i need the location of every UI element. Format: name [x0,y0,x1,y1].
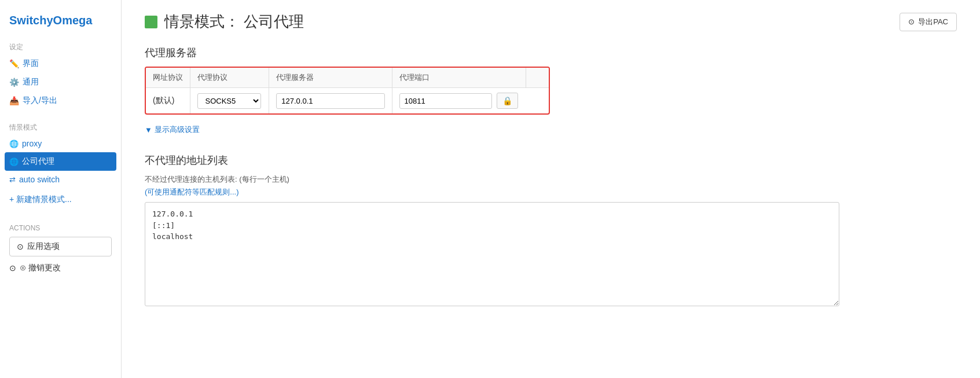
page-title: 情景模式： 公司代理 [164,12,304,32]
proxy-section-title: 代理服务器 [145,46,957,60]
export-pac-button[interactable]: ⊙ 导出PAC [900,13,957,31]
sidebar: SwitchyOmega 设定 ✏️ 界面 ⚙️ 通用 📥 导入/导出 情景模式… [0,0,122,378]
sidebar-item-general[interactable]: ⚙️ 通用 [0,73,121,91]
app-logo: SwitchyOmega [0,9,121,39]
page-header: 情景模式： 公司代理 ⊙ 导出PAC [145,12,957,32]
sidebar-item-auto-switch[interactable]: ⇄ auto switch [0,171,121,188]
edit-icon: ✏️ [9,59,19,68]
globe-icon-proxy: 🌐 [9,140,19,148]
proxy-row-default: (默认) SOCKS5 SOCKS4 HTTP HTTPS DIRECT [146,88,549,114]
actions-section-label: ACTIONS [0,221,121,234]
advanced-settings-row: ▼ 显示高级设置 [145,121,957,149]
sidebar-item-interface[interactable]: ✏️ 界面 [0,54,121,73]
proxy-port-cell: 🔒 [392,88,526,113]
gear-icon: ⚙️ [9,78,19,87]
sidebar-item-interface-label: 界面 [23,58,39,69]
proxy-table: 网址协议 代理协议 代理服务器 代理端口 (默认) S [146,68,549,113]
col-proxy-server: 代理服务器 [269,68,392,88]
new-situation-label: + 新建情景模式... [9,194,72,205]
apply-icon: ⊙ [17,242,24,251]
url-protocol-value: (默认) [153,96,174,105]
situations-section-label: 情景模式 [0,119,121,135]
no-proxy-section: 不代理的地址列表 不经过代理连接的主机列表: (每行一个主机) (可使用通配符等… [145,153,957,308]
sidebar-item-auto-switch-label: auto switch [19,175,60,184]
sidebar-item-company-proxy[interactable]: 🌐 公司代理 [5,152,116,171]
import-export-icon: 📥 [9,96,19,105]
pattern-rules-link[interactable]: (可使用通配符等匹配规则...) [145,187,239,197]
url-protocol-cell: (默认) [146,88,190,114]
title-color-indicator [145,16,157,28]
col-proxy-port: 代理端口 [392,68,526,88]
no-proxy-desc: 不经过代理连接的主机列表: (每行一个主机) [145,174,957,185]
export-pac-label: 导出PAC [918,17,948,27]
sidebar-item-general-label: 通用 [23,77,39,87]
sidebar-item-proxy-label: proxy [22,139,42,148]
col-actions [526,68,549,88]
cancel-changes-label: ⊙ 撤销更改 [20,263,61,273]
sidebar-item-import-export[interactable]: 📥 导入/导出 [0,91,121,110]
proxy-server-input[interactable] [276,93,384,109]
proxy-server-section: 代理服务器 网址协议 代理协议 代理服务器 代理端口 (默认) [145,46,957,149]
apply-options-label: 应用选项 [27,241,60,252]
proxy-table-wrapper: 网址协议 代理协议 代理服务器 代理端口 (默认) S [145,67,550,115]
export-pac-icon: ⊙ [908,17,915,26]
sidebar-item-company-proxy-label: 公司代理 [22,156,54,167]
auto-switch-icon: ⇄ [9,175,16,184]
lock-button[interactable]: 🔒 [497,93,518,109]
cancel-changes-button[interactable]: ⊙ ⊙ 撤销更改 [0,259,121,277]
sidebar-item-new-situation[interactable]: + 新建情景模式... [0,190,121,209]
advanced-settings-link[interactable]: ▼ 显示高级设置 [145,124,200,135]
no-proxy-section-title: 不代理的地址列表 [145,153,957,167]
advanced-settings-label: 显示高级设置 [155,124,200,135]
proxy-protocol-cell: SOCKS5 SOCKS4 HTTP HTTPS DIRECT [190,88,269,114]
proxy-protocol-select[interactable]: SOCKS5 SOCKS4 HTTP HTTPS DIRECT [197,93,261,109]
cancel-icon: ⊙ [9,263,16,273]
chevron-down-icon: ▼ [145,126,152,134]
proxy-server-cell [269,88,392,114]
col-proxy-protocol: 代理协议 [190,68,269,88]
col-url-protocol: 网址协议 [146,68,190,88]
main-content: 情景模式： 公司代理 ⊙ 导出PAC 代理服务器 网址协议 代理协议 代理服务器… [122,0,980,378]
page-title-area: 情景模式： 公司代理 [145,12,304,32]
no-proxy-textarea[interactable]: 127.0.0.1 [::1] localhost [145,202,839,306]
proxy-port-input[interactable] [399,93,492,109]
sidebar-item-proxy[interactable]: 🌐 proxy [0,135,121,152]
sidebar-item-import-export-label: 导入/导出 [23,96,57,106]
globe-icon-company: 🌐 [9,157,19,166]
apply-options-button[interactable]: ⊙ 应用选项 [9,237,112,256]
settings-section-label: 设定 [0,39,121,54]
